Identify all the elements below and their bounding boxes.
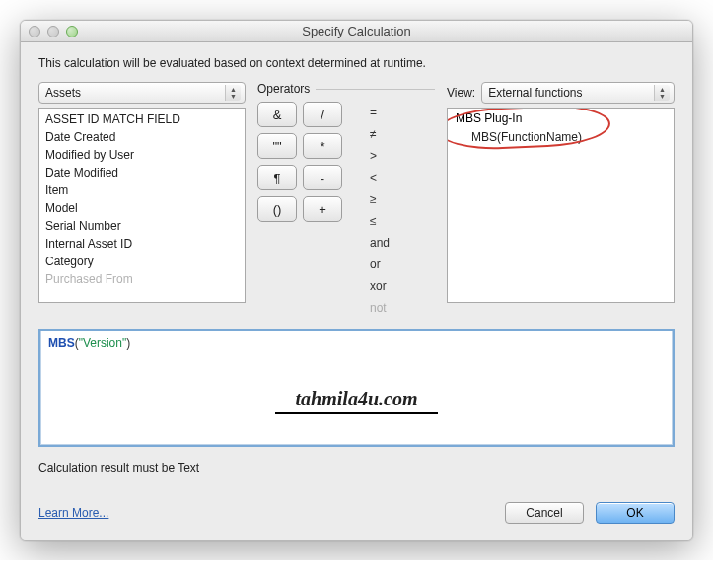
op-parens-button[interactable]: () xyxy=(257,196,297,222)
table-select-value: Assets xyxy=(45,86,81,100)
function-group[interactable]: MBS Plug-In xyxy=(448,109,674,128)
list-item[interactable]: Modified by User xyxy=(39,146,245,164)
divider xyxy=(316,89,435,90)
ok-button[interactable]: OK xyxy=(596,502,675,524)
op-lt[interactable]: < xyxy=(370,169,397,186)
op-or[interactable]: or xyxy=(370,256,397,273)
view-select-value: External functions xyxy=(488,86,582,100)
op-plus-button[interactable]: + xyxy=(303,196,342,222)
learn-more-link[interactable]: Learn More... xyxy=(38,506,108,520)
operator-button-grid: & / "" * ¶ - () + xyxy=(257,102,342,317)
watermark-text: tahmila4u.com xyxy=(275,388,438,414)
view-select[interactable]: External functions ▲▼ xyxy=(481,82,675,104)
op-not[interactable]: not xyxy=(370,299,397,317)
view-label: View: xyxy=(447,86,475,100)
op-star-button[interactable]: * xyxy=(303,133,342,159)
op-neq[interactable]: ≠ xyxy=(370,125,397,143)
calc-close: ) xyxy=(126,336,130,350)
calculation-textarea[interactable]: MBS("Version") tahmila4u.com xyxy=(38,329,675,447)
op-gte[interactable]: ≥ xyxy=(370,190,397,208)
calc-func: MBS xyxy=(48,336,75,350)
op-eq[interactable]: = xyxy=(370,104,397,121)
intro-text: This calculation will be evaluated based… xyxy=(38,56,675,70)
list-item[interactable]: Date Modified xyxy=(39,164,245,182)
op-pilcrow-button[interactable]: ¶ xyxy=(257,165,297,190)
op-lte[interactable]: ≤ xyxy=(370,212,397,230)
list-item[interactable]: Internal Asset ID xyxy=(39,235,245,253)
result-type-text: Calculation result must be Text xyxy=(38,461,675,475)
op-and[interactable]: and xyxy=(370,234,397,252)
op-xor[interactable]: xor xyxy=(370,277,397,295)
list-item[interactable]: ASSET ID MATCH FIELD xyxy=(39,110,245,128)
window-title: Specify Calculation xyxy=(21,24,692,38)
function-list[interactable]: MBS Plug-In MBS(FunctionName) xyxy=(447,108,675,303)
operators-label: Operators xyxy=(257,82,310,96)
list-item[interactable]: Category xyxy=(39,253,245,270)
list-item[interactable]: Purchased From xyxy=(39,270,245,288)
titlebar: Specify Calculation xyxy=(21,21,692,42)
comparison-list: = ≠ > < ≥ ≤ and or xor not xyxy=(362,102,397,317)
dialog-window: Specify Calculation This calculation wil… xyxy=(20,20,693,541)
list-item[interactable]: Date Created xyxy=(39,128,245,146)
list-item[interactable]: Item xyxy=(39,182,245,199)
list-item[interactable]: Serial Number xyxy=(39,217,245,235)
chevron-updown-icon: ▲▼ xyxy=(225,85,241,101)
chevron-updown-icon: ▲▼ xyxy=(654,85,670,101)
field-list[interactable]: ASSET ID MATCH FIELD Date Created Modifi… xyxy=(38,108,246,303)
op-gt[interactable]: > xyxy=(370,147,397,165)
op-quotes-button[interactable]: "" xyxy=(257,133,297,159)
op-slash-button[interactable]: / xyxy=(303,102,342,127)
dialog-content: This calculation will be evaluated based… xyxy=(21,42,692,540)
cancel-button[interactable]: Cancel xyxy=(505,502,584,524)
op-minus-button[interactable]: - xyxy=(303,165,342,190)
list-item[interactable]: Model xyxy=(39,199,245,217)
function-item[interactable]: MBS(FunctionName) xyxy=(448,128,674,146)
op-amp-button[interactable]: & xyxy=(257,102,297,127)
calc-arg: "Version" xyxy=(79,336,127,350)
table-select[interactable]: Assets ▲▼ xyxy=(38,82,246,104)
